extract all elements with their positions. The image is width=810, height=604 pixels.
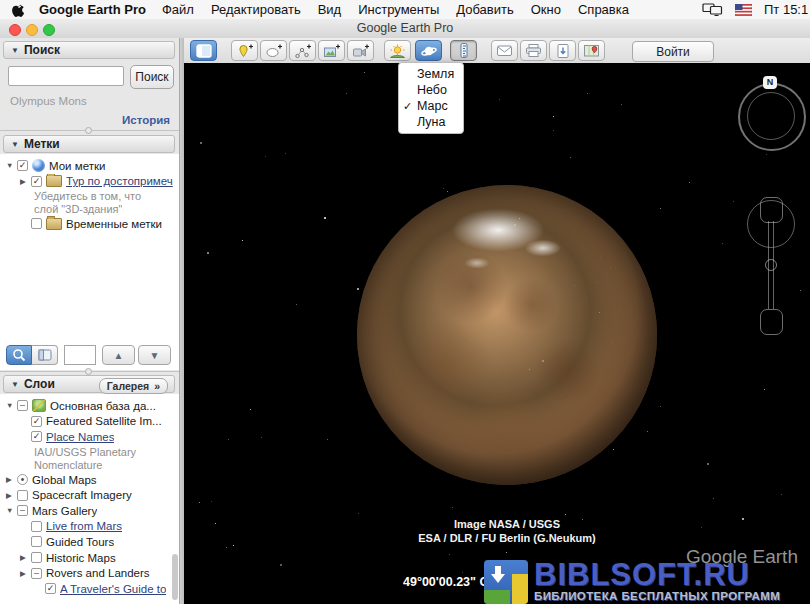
view-in-maps-button[interactable] [578, 40, 605, 61]
collapse-triangle-icon[interactable]: ▼ [11, 46, 19, 55]
planet-menu-label: Марс [417, 99, 448, 113]
tree-row: ▶–Rovers and Landers [0, 565, 179, 581]
search-input[interactable] [8, 66, 124, 86]
tree-row: ▶✓Тур по достопримеч [0, 174, 179, 190]
tree-row: ▶Spacecraft Imagery [0, 487, 179, 503]
add-path-button[interactable] [289, 40, 316, 61]
tree-row: ✓Featured Satellite Im... [0, 414, 179, 430]
star [764, 389, 765, 390]
menu-item[interactable]: Добавить [456, 2, 513, 17]
recent-search-entry[interactable]: Olympus Mons [10, 95, 87, 107]
tree-row: ▶Historic Maps [0, 550, 179, 566]
expander-right-icon[interactable]: ▶ [20, 553, 31, 562]
menu-item[interactable]: Справка [578, 2, 629, 17]
history-link[interactable]: История [122, 114, 170, 126]
tree-label[interactable]: A Traveler's Guide to [60, 583, 166, 595]
show-panel-button[interactable] [32, 345, 58, 365]
collapse-triangle-icon[interactable]: ▼ [11, 380, 19, 389]
checkbox-partial[interactable]: – [31, 568, 42, 579]
planet-menu-item-луна[interactable]: Луна [399, 114, 463, 130]
move-up-button[interactable]: ▲ [102, 345, 135, 365]
expander-right-icon[interactable]: ▶ [20, 569, 31, 578]
maps-icon [583, 43, 600, 58]
switch-planet-button[interactable] [415, 40, 442, 61]
ruler-button[interactable] [450, 40, 477, 61]
move-down-button[interactable]: ▼ [138, 345, 171, 365]
toggle-sidebar-button[interactable] [190, 40, 217, 61]
planet-menu-item-марс[interactable]: ✓Марс [399, 98, 463, 114]
add-image-overlay-button[interactable] [318, 40, 345, 61]
expander-right-icon[interactable]: ▶ [6, 475, 17, 484]
north-indicator[interactable]: N [763, 76, 777, 89]
apple-menu-icon[interactable] [12, 2, 25, 17]
watermark-title: BIBLSOFT.RU [534, 560, 780, 590]
places-panel-title: Метки [24, 137, 60, 151]
checkbox-checked[interactable]: ✓ [31, 431, 42, 442]
menubar-clock[interactable]: Пт 15:1 [764, 2, 810, 17]
sunlight-button[interactable] [384, 40, 411, 61]
menu-item[interactable]: Инструменты [358, 2, 439, 17]
displays-icon[interactable] [702, 3, 723, 16]
zoom-in-button[interactable] [760, 197, 783, 223]
checkbox-checked[interactable]: ✓ [17, 160, 28, 171]
save-image-button[interactable] [549, 40, 576, 61]
menu-item[interactable]: Вид [318, 2, 342, 17]
checkbox-checked[interactable]: ✓ [31, 416, 42, 427]
expander-right-icon[interactable]: ▶ [6, 491, 17, 500]
star [660, 406, 661, 407]
checkbox-unchecked[interactable] [31, 536, 42, 547]
star [713, 498, 714, 499]
tree-note: Nomenclature [0, 458, 179, 472]
expander-right-icon[interactable]: ▶ [20, 177, 31, 186]
collapse-triangle-icon[interactable]: ▼ [11, 140, 19, 149]
tree-label[interactable]: Place Names [46, 431, 114, 443]
tree-label: Мои метки [49, 160, 105, 172]
zoom-to-placemark-button[interactable] [6, 345, 32, 365]
planet-dropdown-menu: ЗемляНебо✓МарсЛуна [398, 62, 464, 134]
zoom-out-button[interactable] [760, 309, 783, 335]
sign-in-button[interactable]: Войти [632, 41, 714, 62]
checkbox-checked[interactable]: ✓ [45, 583, 56, 594]
mars-globe[interactable] [357, 185, 657, 485]
checkbox-partial[interactable]: – [17, 400, 28, 411]
checkbox-partial[interactable]: – [17, 505, 28, 516]
record-tour-button[interactable] [347, 40, 374, 61]
tree-label[interactable]: Тур по достопримеч [66, 175, 173, 187]
expander-down-icon[interactable]: ▼ [6, 161, 17, 170]
email-button[interactable] [491, 40, 518, 61]
zoom-slider-knob[interactable] [765, 259, 777, 271]
menu-item[interactable]: Файл [162, 2, 194, 17]
panel-divider-handle[interactable] [85, 368, 92, 375]
placemark-count-box[interactable] [64, 345, 96, 365]
tree-row: ▼–Mars Gallery [0, 503, 179, 519]
keyboard-flag-icon[interactable] [735, 4, 752, 16]
checkbox-unchecked[interactable] [31, 552, 42, 563]
checkbox-dot[interactable]: • [17, 474, 28, 485]
planet-menu-item-земля[interactable]: Земля [399, 66, 463, 82]
earth-viewer[interactable]: N Image NASA / USGS ESA / DLR / FU Berli… [184, 63, 810, 604]
print-button[interactable] [520, 40, 547, 61]
checkbox-unchecked[interactable] [31, 521, 42, 532]
tree-label[interactable]: Live from Mars [46, 520, 122, 532]
menu-item[interactable]: Окно [531, 2, 561, 17]
expander-down-icon[interactable]: ▼ [6, 506, 17, 515]
checkbox-unchecked[interactable] [17, 490, 28, 501]
add-placemark-button[interactable] [231, 40, 258, 61]
gallery-button[interactable]: Галерея » [99, 378, 168, 394]
sidebar: ▼ Поиск Поиск Olympus Mons История ▼ Мет… [0, 38, 179, 604]
search-button[interactable]: Поиск [130, 65, 174, 89]
star [587, 93, 588, 94]
add-polygon-button[interactable] [260, 40, 287, 61]
menu-app-name[interactable]: Google Earth Pro [39, 2, 146, 17]
star [346, 93, 347, 94]
expander-down-icon[interactable]: ▼ [6, 401, 17, 410]
places-panel-header[interactable]: ▼ Метки [3, 135, 175, 153]
checkbox-checked[interactable]: ✓ [31, 176, 42, 187]
layers-scrollbar-thumb[interactable] [172, 554, 178, 600]
checkbox-unchecked[interactable] [31, 218, 42, 229]
search-panel-header[interactable]: ▼ Поиск [3, 41, 175, 59]
layers-panel-header[interactable]: ▼ Слои Галерея » [3, 375, 175, 393]
planet-menu-item-небо[interactable]: Небо [399, 82, 463, 98]
panel-divider-handle[interactable] [85, 127, 92, 134]
menu-item[interactable]: Редактировать [211, 2, 301, 17]
